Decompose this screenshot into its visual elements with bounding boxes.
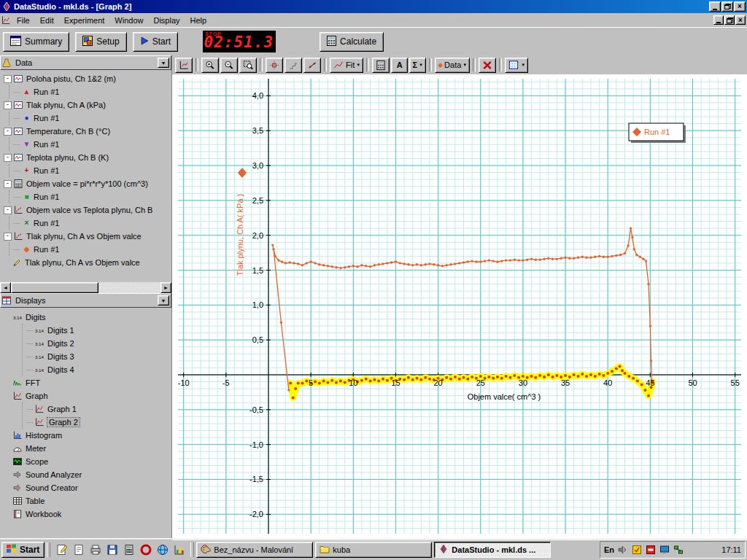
scroll-right-button[interactable]: ► (160, 282, 171, 293)
display-item-graph-2[interactable]: Graph 2 (23, 416, 171, 429)
start-button[interactable]: Start (1, 542, 44, 558)
run-item[interactable]: ×Run #1 (9, 217, 171, 230)
tree-expander-icon[interactable]: - (4, 75, 12, 83)
quicklaunch-globe-icon[interactable] (155, 542, 170, 558)
start-measure-button[interactable]: Start (133, 32, 178, 52)
tree-expander-icon[interactable]: - (4, 206, 12, 214)
setup-button[interactable]: Setup (75, 32, 126, 52)
display-item-graph[interactable]: Graph (0, 389, 171, 402)
graph-plot[interactable]: 4,03,53,02,52,01,51,00,5-0,5-1,0-1,5-2,0… (172, 74, 747, 540)
run-item[interactable]: ▲Run #1 (9, 85, 171, 98)
slope-tool-button[interactable] (303, 58, 321, 73)
display-item-scope[interactable]: Scope (0, 455, 171, 468)
tree-expander-icon[interactable]: - (4, 180, 12, 188)
task-button-kuba[interactable]: kuba (315, 542, 432, 558)
quicklaunch-printer-icon[interactable] (88, 542, 103, 558)
display-tray-icon[interactable] (659, 545, 670, 556)
data-panel-dropdown-button[interactable]: ▼ (158, 58, 169, 68)
quicklaunch-edit-icon[interactable] (54, 542, 69, 558)
zoom-out-button[interactable] (220, 58, 238, 73)
antivirus-tray-icon[interactable] (645, 545, 656, 556)
display-item-table[interactable]: Table (0, 494, 171, 508)
task-button-datastudio-mkl-ds[interactable]: DataStudio - mkl.ds ... (434, 542, 551, 558)
language-indicator[interactable]: En (604, 545, 614, 554)
displays-panel-header[interactable]: Displays ▼ (0, 293, 171, 308)
graph-settings-dropdown-button[interactable]: ▼ (505, 58, 528, 73)
task-button-bez-n-zvu-malov-n[interactable]: Bez_názvu - Malování (196, 542, 313, 558)
tree-connector (13, 118, 20, 119)
summary-button[interactable]: Summary (3, 32, 69, 52)
network-tray-icon[interactable] (673, 545, 684, 556)
displays-panel-dropdown-button[interactable]: ▼ (158, 295, 169, 306)
menu-edit[interactable]: Edit (35, 15, 59, 26)
display-item-sound-analyzer[interactable]: Sound Analyzer (0, 468, 171, 481)
mdi-minimize-button[interactable] (713, 15, 724, 25)
data-item-objem-valce-pi-r-r-y-100-cm-3[interactable]: -Objem valce = pi*r*r*y*100 (cm^3) (0, 177, 171, 190)
data-item-teplota-plynu-ch-b-k[interactable]: -Teplota plynu, Ch B (K) (0, 151, 171, 164)
zoom-select-button[interactable] (239, 58, 257, 73)
run-item[interactable]: ◆Run #1 (9, 243, 171, 256)
menu-experiment[interactable]: Experiment (59, 15, 110, 26)
display-item-fft[interactable]: FFT (0, 376, 171, 389)
minimize-button[interactable] (709, 1, 721, 12)
display-item-workbook[interactable]: Workbook (0, 508, 171, 521)
data-item-tlak-plynu-ch-a-vs-objem-valce[interactable]: Tlak plynu, Ch A vs Objem valce (0, 256, 171, 269)
quicklaunch-calculator-icon[interactable] (121, 542, 136, 558)
data-item-temperature-ch-b-c[interactable]: -Temperature, Ch B (°C) (0, 125, 171, 138)
clock[interactable]: 17:11 (721, 545, 741, 554)
menu-window[interactable]: Window (109, 15, 148, 26)
scale-to-fit-button[interactable] (175, 58, 193, 73)
display-item-digits[interactable]: 3.14Digits (0, 311, 171, 324)
quicklaunch-chart-icon[interactable] (171, 542, 187, 558)
display-item-digits-2[interactable]: 3.14Digits 2 (23, 337, 171, 350)
graph-display-area[interactable]: 4,03,53,02,52,01,51,00,5-0,5-1,0-1,5-2,0… (172, 74, 747, 539)
display-item-graph-1[interactable]: Graph 1 (23, 402, 171, 416)
close-button[interactable]: × (734, 1, 746, 12)
scroll-left-button[interactable]: ◄ (0, 282, 11, 293)
quicklaunch-diskette-icon[interactable] (104, 542, 120, 558)
delta-tool-button[interactable] (285, 58, 302, 73)
calculator-button[interactable] (372, 58, 390, 73)
calculate-button[interactable]: Calculate (320, 32, 384, 52)
quicklaunch-red-o-icon[interactable] (138, 542, 153, 558)
display-item-meter[interactable]: Meter (0, 442, 171, 455)
tree-expander-icon[interactable]: - (4, 233, 12, 241)
mdi-restore-button[interactable] (724, 15, 735, 25)
mdi-close-button[interactable]: × (735, 15, 746, 25)
tree-expander-icon[interactable]: - (4, 101, 12, 109)
menu-file[interactable]: File (12, 15, 35, 26)
fit-dropdown-button[interactable]: Fit ▼ (330, 58, 363, 73)
tree-expander-icon[interactable]: - (4, 154, 12, 162)
data-tree-hscrollbar[interactable]: ◄ ► (0, 282, 171, 293)
display-item-digits-4[interactable]: 3.14Digits 4 (23, 363, 171, 376)
smart-tool-button[interactable] (266, 58, 283, 73)
taskbar-handle[interactable] (47, 542, 50, 557)
tree-expander-icon[interactable]: - (4, 128, 12, 136)
display-item-digits-3[interactable]: 3.14Digits 3 (23, 350, 171, 363)
zoom-in-button[interactable] (201, 58, 219, 73)
display-item-histogram[interactable]: Histogram (0, 429, 171, 442)
quicklaunch-document-icon[interactable] (71, 542, 86, 558)
display-item-digits-1[interactable]: 3.14Digits 1 (23, 324, 171, 337)
statistics-dropdown-button[interactable]: Σ ▼ (409, 58, 426, 73)
data-item-objem-valce-vs-teplota-plynu-ch-b[interactable]: -Objem valce vs Teplota plynu, Ch B (0, 203, 171, 217)
taskbar-handle[interactable] (190, 542, 194, 557)
volume-icon[interactable] (617, 545, 628, 556)
scheduler-tray-icon[interactable] (631, 545, 642, 556)
delete-data-button[interactable] (479, 58, 496, 73)
restore-button[interactable] (721, 1, 733, 12)
data-item-tlak-plynu-ch-a-vs-objem-valce[interactable]: -Tlak plynu, Ch A vs Objem valce (0, 230, 171, 243)
run-item[interactable]: ▼Run #1 (9, 138, 171, 151)
data-item-tlak-plynu-ch-a-kpa[interactable]: -Tlak plynu, Ch A (kPa) (0, 98, 171, 112)
scrollbar-thumb[interactable] (11, 282, 98, 293)
data-item-poloha-pistu-ch-1-2-m[interactable]: -Poloha pistu, Ch 1&2 (m) (0, 72, 171, 85)
run-item[interactable]: ■Run #1 (9, 190, 171, 203)
text-annotation-button[interactable]: A (391, 58, 408, 73)
run-item[interactable]: ●Run #1 (9, 112, 171, 125)
menu-help[interactable]: Help (185, 15, 212, 26)
data-dropdown-button[interactable]: ◆ Data ▼ (435, 58, 470, 73)
menu-display[interactable]: Display (148, 15, 185, 26)
data-panel-header[interactable]: Data ▼ (0, 55, 171, 70)
display-item-sound-creator[interactable]: Sound Creator (0, 481, 171, 494)
run-item[interactable]: +Run #1 (9, 164, 171, 177)
